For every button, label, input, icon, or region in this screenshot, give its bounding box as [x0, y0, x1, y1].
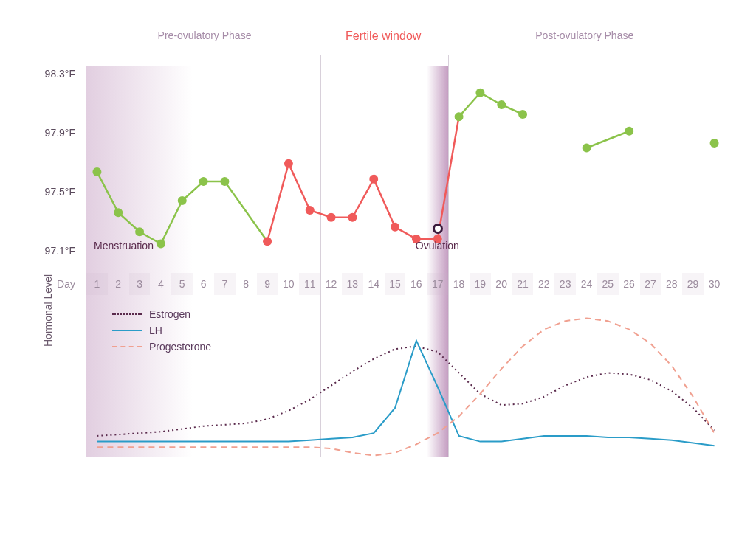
day-cell: 23	[554, 273, 576, 295]
ovulation-label: Ovulation	[416, 240, 459, 252]
svg-point-14	[263, 237, 272, 246]
hormone-y-axis-label: Hormonal Level	[42, 274, 54, 347]
svg-point-5	[199, 177, 208, 186]
svg-point-3	[157, 240, 165, 249]
phase-fertile-label: Fertile window	[323, 30, 444, 43]
svg-point-9	[497, 100, 506, 109]
day-cell: 25	[597, 273, 619, 295]
day-cell: 10	[278, 273, 299, 295]
svg-point-12	[625, 127, 633, 136]
day-cell: 16	[405, 273, 427, 295]
day-cell: 20	[491, 273, 512, 295]
menstruation-label: Menstruation	[94, 240, 154, 252]
svg-point-11	[583, 144, 591, 153]
day-cell: 6	[193, 273, 214, 295]
day-cell: 1	[86, 273, 108, 295]
day-cell: 8	[236, 273, 257, 295]
day-cell: 21	[512, 273, 534, 295]
day-cell: 19	[470, 273, 491, 295]
day-cell: 14	[363, 273, 385, 295]
svg-point-6	[220, 177, 229, 186]
temperature-y-axis: 98.3°F 97.9°F 97.5°F 97.1°F	[16, 74, 83, 251]
ovulation-marker-icon	[433, 224, 443, 234]
svg-point-17	[327, 213, 336, 222]
day-cell: 22	[533, 273, 554, 295]
svg-point-10	[518, 110, 527, 119]
day-cell: 17	[427, 273, 448, 295]
svg-point-7	[455, 112, 464, 121]
day-axis: Day 123456789101112131415161718192021222…	[46, 273, 725, 295]
svg-point-19	[369, 175, 378, 184]
day-cell: 30	[704, 273, 725, 295]
svg-point-15	[284, 159, 293, 168]
hormone-svg	[86, 306, 725, 454]
svg-point-16	[306, 206, 315, 215]
svg-point-13	[710, 139, 719, 148]
temperature-svg	[86, 66, 725, 258]
cycle-chart: Pre-ovulatory Phase Fertile window Post-…	[16, 15, 740, 516]
day-cell: 11	[299, 273, 320, 295]
day-cell: 26	[619, 273, 640, 295]
svg-point-4	[178, 196, 187, 205]
day-cell: 12	[320, 273, 342, 295]
day-cell: 13	[342, 273, 363, 295]
day-cell: 28	[661, 273, 682, 295]
svg-point-18	[348, 213, 357, 222]
day-cell: 27	[640, 273, 662, 295]
svg-point-8	[475, 89, 484, 97]
phase-pre-label: Pre-ovulatory Phase	[86, 30, 323, 43]
svg-point-20	[391, 223, 399, 232]
day-cell: 24	[576, 273, 597, 295]
day-cell: 3	[129, 273, 151, 295]
svg-point-0	[92, 167, 101, 176]
day-cell: 4	[150, 273, 171, 295]
svg-point-1	[114, 208, 123, 217]
day-cell: 29	[682, 273, 704, 295]
day-cells: 1234567891011121314151617181920212223242…	[86, 273, 725, 295]
day-cell: 15	[385, 273, 406, 295]
day-cell: 18	[448, 273, 470, 295]
day-cell: 5	[171, 273, 193, 295]
phase-labels: Pre-ovulatory Phase Fertile window Post-…	[86, 30, 725, 43]
day-cell: 9	[257, 273, 278, 295]
temperature-plot	[86, 66, 725, 258]
svg-point-2	[135, 227, 144, 236]
phase-post-label: Post-ovulatory Phase	[444, 30, 725, 43]
day-cell: 2	[108, 273, 129, 295]
hormone-plot	[86, 306, 725, 454]
day-cell: 7	[214, 273, 236, 295]
